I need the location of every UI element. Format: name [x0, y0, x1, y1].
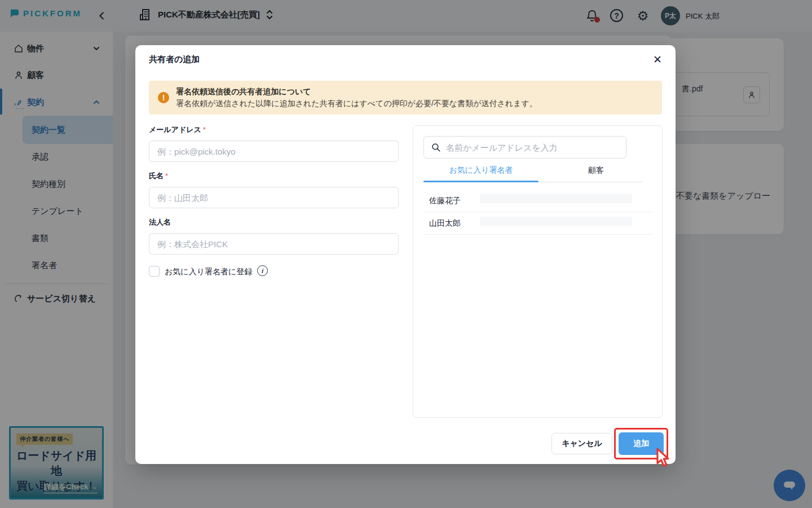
info-icon[interactable]: i [257, 265, 268, 276]
company-label-row: 法人名 [149, 217, 171, 227]
favorite-signer-checkbox[interactable] [149, 266, 160, 277]
add-co-owner-modal: 共有者の追加 ✕ ! 署名依頼送信後の共有者追加について 署名依頼が送信された以… [135, 45, 676, 464]
company-field[interactable] [149, 233, 399, 255]
modal-title: 共有者の追加 [149, 54, 200, 65]
email-field[interactable] [149, 141, 399, 162]
signer-search [423, 136, 626, 159]
redacted-email-bar [480, 217, 632, 226]
name-label-row: 氏名* [149, 170, 168, 181]
signer-row[interactable]: 山田太郎 [413, 212, 663, 235]
signer-name: 佐藤花子 [429, 196, 461, 206]
active-tab-underline [423, 181, 539, 182]
signer-picker-panel: お気に入り署名者 顧客 佐藤花子 山田太郎 [413, 125, 663, 418]
tab-favorite-signers[interactable]: お気に入り署名者 [423, 165, 539, 176]
warning-banner: ! 署名依頼送信後の共有者追加について 署名依頼が送信された以降に追加された共有… [149, 81, 662, 115]
company-label: 法人名 [149, 218, 171, 226]
warning-title: 署名依頼送信後の共有者追加について [176, 87, 311, 97]
required-mark: * [165, 172, 168, 180]
email-label-row: メールアドレス* [149, 124, 206, 135]
search-icon [431, 142, 441, 152]
close-icon[interactable]: ✕ [651, 51, 664, 68]
email-label: メールアドレス [149, 125, 201, 134]
exclamation-icon: ! [158, 92, 169, 103]
warning-body: 署名依頼が送信された以降に追加された共有者にはすべての押印が必要/不要な書類が送… [176, 99, 537, 109]
tab-customers[interactable]: 顧客 [539, 165, 654, 176]
row-divider [423, 234, 653, 235]
name-label: 氏名 [149, 172, 164, 180]
info-glyph: i [262, 268, 263, 274]
cancel-button[interactable]: キャンセル [551, 433, 612, 454]
search-input[interactable] [446, 143, 619, 152]
add-button[interactable]: 追加 [619, 432, 664, 455]
signer-row[interactable]: 佐藤花子 [413, 190, 663, 212]
signer-name: 山田太郎 [429, 218, 461, 229]
redacted-email-bar [480, 194, 632, 203]
required-mark: * [203, 125, 206, 134]
favorite-signer-label: お気に入り署名者に登録 [165, 267, 252, 277]
name-field[interactable] [149, 187, 399, 208]
